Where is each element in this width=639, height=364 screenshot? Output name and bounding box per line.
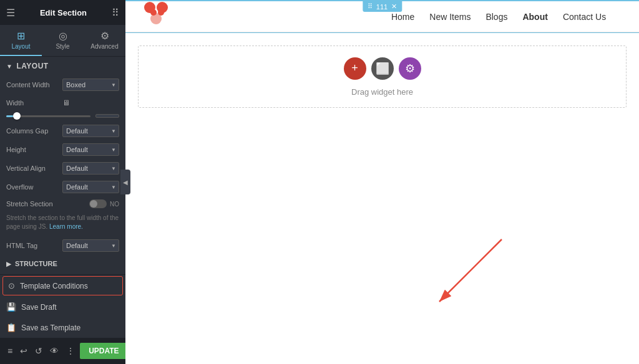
red-arrow-annotation <box>421 233 514 314</box>
style-tab-label: Style <box>56 43 69 50</box>
drag-widget-text: Drag widget here <box>351 87 413 97</box>
section-count: 111 <box>376 3 388 11</box>
columns-gap-row: Columns Gap Default <box>0 122 125 140</box>
panel-bottom-menu: ⊙ Template Conditions 💾 Save Draft 📋 Sav… <box>0 274 125 364</box>
panel-content: ▼ Layout Content Width Boxed Width 🖥 <box>0 57 125 274</box>
html-tag-select[interactable]: Default <box>62 239 119 252</box>
content-section: + ⬜ ⚙ Drag widget here <box>125 33 639 364</box>
add-widget-button[interactable]: + <box>344 57 366 80</box>
template-conditions-item[interactable]: ⊙ Template Conditions <box>2 276 123 295</box>
stretch-helper-text: Stretch the section to the full width of… <box>0 211 125 236</box>
save-template-label: Save as Template <box>21 323 80 332</box>
template-conditions-label: Template Conditions <box>20 282 88 290</box>
drop-zone-buttons: + ⬜ ⚙ <box>344 57 421 80</box>
learn-more-link[interactable]: Learn more. <box>49 223 83 230</box>
overflow-control[interactable]: Default <box>62 181 119 193</box>
nav-home[interactable]: Home <box>391 12 414 22</box>
section-handle-icon: ⠿ <box>368 2 373 11</box>
logo-dot-5 <box>158 9 164 16</box>
advanced-tab-label: Advanced <box>90 43 118 50</box>
save-draft-icon: 💾 <box>6 302 16 312</box>
drop-zone[interactable]: + ⬜ ⚙ Drag widget here <box>138 46 627 108</box>
content-width-control[interactable]: Boxed <box>62 79 119 91</box>
advanced-tab-icon: ⚙ <box>100 30 109 42</box>
layers-icon[interactable]: ≡ <box>5 343 15 358</box>
vertical-align-select[interactable]: Default <box>62 162 119 175</box>
eye-icon[interactable]: 👁 <box>47 343 61 358</box>
height-row: Height Default <box>0 140 125 159</box>
width-slider-row <box>0 112 125 122</box>
grid-icon[interactable]: ⠿ <box>112 7 119 19</box>
width-slider[interactable] <box>6 115 90 117</box>
left-panel: ☰ Edit Section ⠿ ⊞ Layout ◎ Style ⚙ Adva… <box>0 0 125 364</box>
tab-layout[interactable]: ⊞ Layout <box>0 25 42 56</box>
layout-tab-icon: ⊞ <box>17 30 25 42</box>
layout-arrow-icon: ▼ <box>6 63 12 70</box>
panel-header: ☰ Edit Section ⠿ <box>0 0 125 25</box>
height-label: Height <box>6 146 62 153</box>
vertical-align-control[interactable]: Default <box>62 162 119 175</box>
vertical-align-row: Vertical Align Default <box>0 159 125 178</box>
nav-new-items[interactable]: New Items <box>429 12 471 22</box>
slider-thumb[interactable] <box>13 112 21 120</box>
width-label: Width <box>6 99 62 107</box>
stretch-toggle[interactable] <box>89 199 107 208</box>
top-section: ⠿ 111 ✕ Home New Items Blogs Ab <box>125 0 639 33</box>
nav-blogs[interactable]: Blogs <box>485 12 507 22</box>
overflow-row: Overflow Default <box>0 178 125 196</box>
bottom-toolbar: ≡ ↩ ↺ 👁 ⋮ UPDATE ▼ <box>0 338 125 364</box>
stretch-label: Stretch Section <box>6 200 89 208</box>
nav-logo <box>138 0 175 34</box>
stretch-section-row: Stretch Section NO <box>0 196 125 211</box>
columns-gap-select[interactable]: Default <box>62 125 119 137</box>
add-section-button[interactable]: ⬜ <box>371 57 394 80</box>
layout-section-label: Layout <box>16 62 48 70</box>
structure-section-header[interactable]: ▶ Structure <box>0 255 125 272</box>
width-row: Width 🖥 <box>0 94 125 112</box>
more-icon[interactable]: ⋮ <box>64 343 77 358</box>
tab-advanced[interactable]: ⚙ Advanced <box>84 25 125 56</box>
save-template-icon: 📋 <box>6 323 16 332</box>
columns-gap-label: Columns Gap <box>6 127 62 135</box>
nav-contact[interactable]: Contact Us <box>563 12 606 22</box>
content-width-row: Content Width Boxed <box>0 75 125 94</box>
html-tag-row: HTML Tag Default <box>0 236 125 255</box>
slider-value <box>95 114 119 118</box>
template-conditions-icon: ⊙ <box>8 281 15 290</box>
width-monitor-icon: 🖥 <box>62 98 70 107</box>
html-tag-label: HTML Tag <box>6 242 62 249</box>
height-control[interactable]: Default <box>62 143 119 156</box>
undo-icon[interactable]: ↩ <box>17 343 30 358</box>
nav-links: Home New Items Blogs About Contact Us <box>391 12 606 22</box>
structure-arrow-icon: ▶ <box>6 261 11 267</box>
save-draft-label: Save Draft <box>21 303 57 312</box>
main-canvas: ◀ ⠿ 111 ✕ Home New Items <box>125 0 639 364</box>
save-as-template-item[interactable]: 📋 Save as Template <box>0 317 125 338</box>
section-close-icon[interactable]: ✕ <box>391 2 397 11</box>
add-template-button[interactable]: ⚙ <box>399 57 421 80</box>
nav-about[interactable]: About <box>522 12 547 22</box>
save-draft-item[interactable]: 💾 Save Draft <box>0 297 125 317</box>
panel-tabs: ⊞ Layout ◎ Style ⚙ Advanced <box>0 25 125 57</box>
logo-dots <box>138 0 175 34</box>
content-width-label: Content Width <box>6 81 62 89</box>
update-button[interactable]: UPDATE <box>80 343 127 359</box>
vertical-align-label: Vertical Align <box>6 165 62 172</box>
hamburger-icon[interactable]: ☰ <box>6 7 15 19</box>
collapse-handle[interactable]: ◀ <box>120 170 130 194</box>
layout-section-header[interactable]: ▼ Layout <box>0 57 125 75</box>
section-indicator: ⠿ 111 ✕ <box>363 1 402 12</box>
overflow-label: Overflow <box>6 183 62 191</box>
width-slider-container <box>6 114 119 118</box>
height-select[interactable]: Default <box>62 143 119 156</box>
redo-icon[interactable]: ↺ <box>32 343 45 358</box>
html-tag-control[interactable]: Default <box>62 239 119 252</box>
overflow-select[interactable]: Default <box>62 181 119 193</box>
style-tab-icon: ◎ <box>59 30 67 42</box>
columns-gap-control[interactable]: Default <box>62 125 119 137</box>
layout-tab-label: Layout <box>11 43 30 50</box>
tab-style[interactable]: ◎ Style <box>42 25 84 56</box>
structure-label: Structure <box>15 260 57 267</box>
stretch-no-text: NO <box>110 201 119 208</box>
content-width-select[interactable]: Boxed <box>62 79 119 91</box>
